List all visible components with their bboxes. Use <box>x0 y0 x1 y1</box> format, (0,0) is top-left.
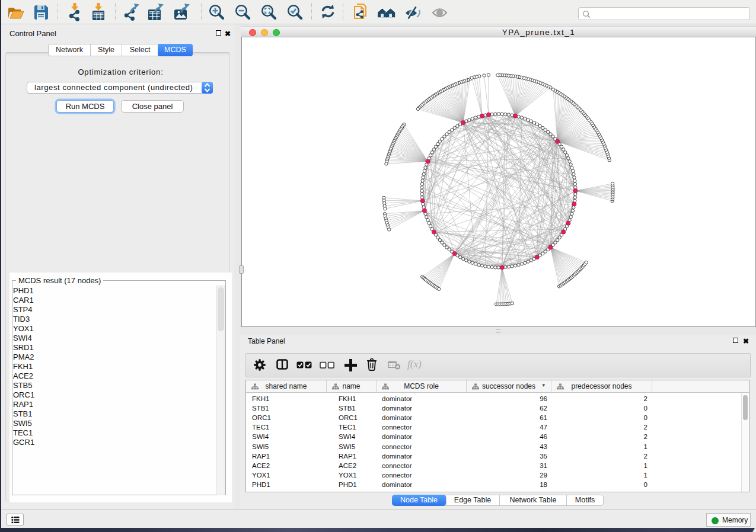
svg-text:f(x): f(x) <box>407 358 422 370</box>
